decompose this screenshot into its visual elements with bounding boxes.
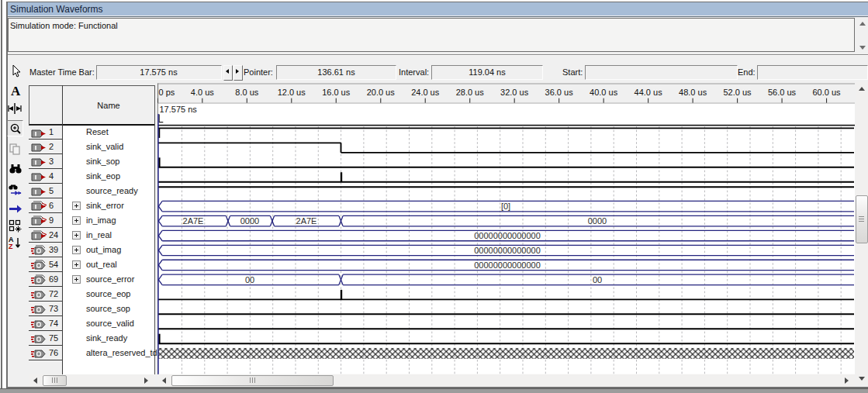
svg-text:00000000000000: 00000000000000 (474, 246, 541, 255)
svg-text:2A7E: 2A7E (183, 216, 204, 226)
svg-text:0000: 0000 (588, 216, 607, 226)
svg-text:0000: 0000 (240, 216, 259, 226)
svg-text:00000000000000: 00000000000000 (474, 231, 541, 240)
svg-text:00: 00 (245, 275, 254, 284)
svg-text:[0]: [0] (501, 202, 510, 211)
svg-text:00: 00 (593, 275, 602, 284)
svg-text:2A7E: 2A7E (296, 216, 317, 226)
svg-text:00000000000000: 00000000000000 (474, 260, 541, 270)
